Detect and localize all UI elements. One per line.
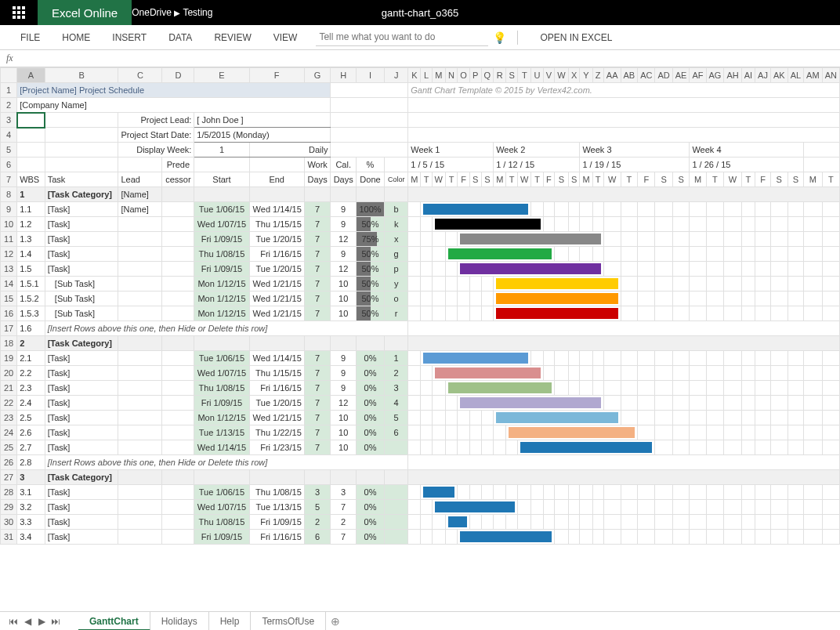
end-cell[interactable]: Tue 1/13/15: [249, 500, 304, 515]
pred-cell[interactable]: [162, 381, 194, 396]
start-cell[interactable]: Tue 1/06/15: [194, 202, 249, 217]
color-cell[interactable]: 2: [385, 366, 408, 381]
row-header-18[interactable]: 18: [1, 336, 17, 351]
end-cell[interactable]: Wed 1/21/15: [249, 306, 304, 321]
caldays-cell[interactable]: 12: [331, 396, 356, 411]
workdays-cell[interactable]: 7: [304, 277, 331, 291]
column-header-Z[interactable]: Z: [592, 68, 603, 83]
start-cell[interactable]: Mon 1/12/15: [194, 277, 249, 291]
column-header-AI[interactable]: AI: [741, 68, 755, 83]
done-cell[interactable]: 0%: [356, 530, 384, 545]
caldays-cell[interactable]: 10: [331, 291, 356, 306]
lead-cell[interactable]: [118, 351, 162, 366]
done-cell[interactable]: 50%: [356, 217, 384, 232]
wbs-cell[interactable]: 3.4: [17, 530, 45, 545]
wbs-cell[interactable]: 2.5: [17, 411, 45, 425]
column-header-AH[interactable]: AH: [724, 68, 741, 83]
color-cell[interactable]: [385, 500, 408, 515]
row-header-22[interactable]: 22: [1, 396, 17, 411]
column-header-I[interactable]: I: [356, 68, 384, 83]
wbs-cell[interactable]: 3.3: [17, 515, 45, 530]
done-cell[interactable]: 0%: [356, 366, 384, 381]
end-cell[interactable]: Wed 1/21/15: [249, 411, 304, 425]
start-cell[interactable]: Tue 1/13/15: [194, 425, 249, 440]
task-cell[interactable]: [Task]: [45, 381, 118, 396]
column-header-T[interactable]: T: [518, 68, 531, 83]
row-header-15[interactable]: 15: [1, 291, 17, 306]
app-launcher-icon[interactable]: [0, 0, 38, 25]
start-cell[interactable]: Tue 1/06/15: [194, 485, 249, 500]
row-header-17[interactable]: 17: [1, 321, 17, 336]
end-cell[interactable]: Thu 1/08/15: [249, 485, 304, 500]
row-header-12[interactable]: 12: [1, 247, 17, 262]
color-cell[interactable]: g: [385, 247, 408, 262]
row-header-31[interactable]: 31: [1, 530, 17, 545]
column-header-K[interactable]: K: [408, 68, 421, 83]
column-header-J[interactable]: J: [385, 68, 408, 83]
pred-cell[interactable]: [162, 277, 194, 291]
done-cell[interactable]: 100%: [356, 202, 384, 217]
column-header-AM[interactable]: AM: [804, 68, 823, 83]
workdays-cell[interactable]: 7: [304, 411, 331, 425]
row-header-27[interactable]: 27: [1, 470, 17, 485]
start-cell[interactable]: Fri 1/09/15: [194, 396, 249, 411]
pred-cell[interactable]: [162, 411, 194, 425]
ribbon-tab-insert[interactable]: INSERT: [101, 25, 158, 50]
pred-cell[interactable]: [162, 262, 194, 277]
column-header-Y[interactable]: Y: [580, 68, 592, 83]
add-sheet-icon[interactable]: ⊕: [326, 615, 345, 628]
row-header-14[interactable]: 14: [1, 277, 17, 291]
caldays-cell[interactable]: 10: [331, 425, 356, 440]
start-cell[interactable]: Wed 1/07/15: [194, 500, 249, 515]
wbs-cell[interactable]: 1.5.2: [17, 291, 45, 306]
cell-A3[interactable]: [17, 113, 45, 128]
note-cell[interactable]: [Insert Rows above this one, then Hide o…: [45, 455, 408, 470]
display-week-value[interactable]: 1: [194, 143, 249, 158]
start-cell[interactable]: Thu 1/08/15: [194, 515, 249, 530]
done-cell[interactable]: 75%: [356, 232, 384, 247]
formula-bar[interactable]: fx: [0, 50, 840, 67]
lead-cell[interactable]: [118, 336, 162, 351]
color-cell[interactable]: r: [385, 306, 408, 321]
tell-me-input[interactable]: [316, 29, 488, 46]
caldays-cell[interactable]: 9: [331, 202, 356, 217]
sheet-nav-first-icon[interactable]: ⏮: [6, 616, 20, 627]
row-header-7[interactable]: 7: [1, 172, 17, 187]
sheet-tab-termsofuse[interactable]: TermsOfUse: [251, 612, 326, 631]
caldays-cell[interactable]: 12: [331, 262, 356, 277]
lead-cell[interactable]: [118, 500, 162, 515]
column-header-O[interactable]: O: [458, 68, 470, 83]
done-cell[interactable]: 50%: [356, 306, 384, 321]
workdays-cell[interactable]: 7: [304, 366, 331, 381]
caldays-cell[interactable]: 7: [331, 530, 356, 545]
column-header-H[interactable]: H: [331, 68, 356, 83]
workdays-cell[interactable]: 7: [304, 440, 331, 455]
column-header-L[interactable]: L: [421, 68, 432, 83]
color-cell[interactable]: x: [385, 232, 408, 247]
color-cell[interactable]: 6: [385, 425, 408, 440]
column-header-AE[interactable]: AE: [672, 68, 690, 83]
done-cell[interactable]: 50%: [356, 262, 384, 277]
row-header-2[interactable]: 2: [1, 98, 17, 113]
column-header-W[interactable]: W: [555, 68, 568, 83]
start-cell[interactable]: Mon 1/12/15: [194, 291, 249, 306]
display-mode[interactable]: Daily: [249, 143, 331, 158]
wbs-cell[interactable]: 2.1: [17, 351, 45, 366]
row-header-11[interactable]: 11: [1, 232, 17, 247]
wbs-cell[interactable]: 2.8: [17, 455, 45, 470]
lead-cell[interactable]: [118, 530, 162, 545]
wbs-cell[interactable]: 2.4: [17, 396, 45, 411]
breadcrumb-folder[interactable]: Testing: [183, 7, 212, 18]
task-cell[interactable]: [Task Category]: [45, 470, 118, 485]
start-cell[interactable]: Fri 1/09/15: [194, 530, 249, 545]
task-cell[interactable]: [Task]: [45, 396, 118, 411]
task-cell[interactable]: [Sub Task]: [45, 291, 118, 306]
color-cell[interactable]: 5: [385, 411, 408, 425]
pred-cell[interactable]: [162, 247, 194, 262]
caldays-cell[interactable]: 10: [331, 277, 356, 291]
task-cell[interactable]: [Task]: [45, 515, 118, 530]
wbs-cell[interactable]: 3: [17, 470, 45, 485]
task-cell[interactable]: [Task]: [45, 440, 118, 455]
column-header-AG[interactable]: AG: [706, 68, 724, 83]
pred-cell[interactable]: [162, 232, 194, 247]
